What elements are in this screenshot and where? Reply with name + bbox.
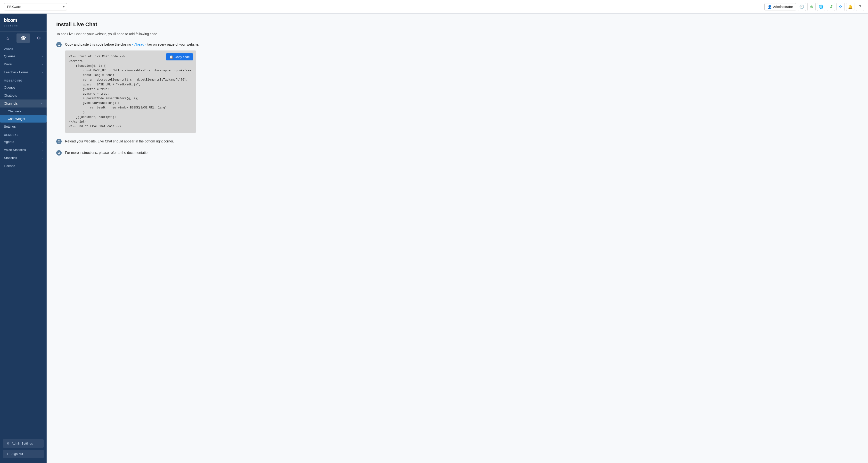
- page-title: Install Live Chat: [56, 21, 858, 28]
- sidebar-item-statistics[interactable]: Statistics ›: [0, 154, 46, 162]
- sidebar-item-agents[interactable]: Agents ›: [0, 138, 46, 146]
- chevron-right-icon: ›: [42, 55, 43, 58]
- voice-section-label: VOICE: [0, 45, 46, 52]
- refresh-icon-btn[interactable]: ↺: [827, 3, 835, 11]
- copy-code-button[interactable]: 📋 Copy code: [166, 53, 193, 60]
- head-tag: </head>: [132, 42, 146, 47]
- logo-text: bicom: [4, 18, 18, 23]
- sidebar-section-general: GENERAL Agents › Voice Statistics › Stat…: [0, 130, 46, 170]
- sidebar-item-channels[interactable]: Channels ∨: [0, 99, 46, 107]
- clock-icon-btn[interactable]: 🕐: [798, 3, 806, 11]
- chevron-right-icon: ›: [42, 63, 43, 66]
- step-1: 1 Copy and paste this code before the cl…: [56, 42, 858, 133]
- general-section-label: GENERAL: [0, 130, 46, 138]
- sidebar-item-settings[interactable]: Settings: [0, 123, 46, 130]
- copy-code-label: Copy code: [175, 55, 190, 59]
- bell-icon-btn[interactable]: 🔔: [846, 3, 855, 11]
- main-content: Install Live Chat To see Live Chat on yo…: [46, 13, 868, 463]
- sidebar-logo: bicom SYSTEMS: [0, 13, 46, 32]
- chevron-right-icon: ›: [42, 156, 43, 159]
- nav-home-icon[interactable]: ⌂: [1, 33, 14, 43]
- sidebar-item-feedback-forms[interactable]: Feedback Forms ›: [0, 68, 46, 76]
- step-1-content: Copy and paste this code before the clos…: [65, 42, 199, 133]
- code-snippet: <!-- Start of Live Chat code --> <script…: [69, 54, 192, 129]
- sidebar-sub-item-chat-widget[interactable]: Chat Widget: [0, 115, 46, 123]
- step-2-num: 2: [56, 139, 62, 144]
- channels-submenu: Channels Chat Widget: [0, 107, 46, 123]
- sidebar-item-chatbots[interactable]: Chatbots: [0, 91, 46, 99]
- pbxware-select[interactable]: PBXware: [4, 3, 67, 10]
- topbar-left: PBXware: [4, 3, 765, 10]
- admin-icon: 👤: [768, 5, 772, 9]
- chevron-right-icon: ›: [42, 149, 43, 151]
- step-2: 2 Reload your website. Live Chat should …: [56, 138, 858, 144]
- admin-label: Administrator: [773, 5, 793, 9]
- messaging-section-label: MESSAGING: [0, 76, 46, 84]
- topbar: PBXware 👤 Administrator 🕐 ⊕ 🌐 ↺ ⟳ 🔔 ?: [0, 0, 868, 13]
- step-3-content: For more instructions, please refer to t…: [65, 150, 150, 155]
- help-icon-btn[interactable]: ?: [856, 3, 864, 11]
- pbxware-selector-wrapper: PBXware: [4, 3, 67, 10]
- layout: bicom SYSTEMS ⌂ ☎ ⚙ VOICE Queues › Diale…: [0, 13, 868, 463]
- sidebar-item-dialer[interactable]: Dialer ›: [0, 60, 46, 68]
- sidebar-item-license[interactable]: License: [0, 162, 46, 170]
- gear-icon: ⚙: [7, 442, 10, 445]
- sidebar-item-queues-messaging[interactable]: Queues: [0, 84, 46, 91]
- sidebar-item-queues-voice[interactable]: Queues ›: [0, 52, 46, 60]
- sidebar-footer: ⚙ Admin Settings ↩ Sign out: [0, 436, 46, 463]
- step-2-content: Reload your website. Live Chat should ap…: [65, 138, 174, 144]
- globe-add-icon-btn[interactable]: ⊕: [807, 3, 815, 11]
- sidebar-section-messaging: MESSAGING Queues Chatbots Channels ∨ Cha…: [0, 76, 46, 130]
- sidebar-nav-icons: ⌂ ☎ ⚙: [0, 32, 46, 45]
- sign-out-button[interactable]: ↩ Sign out: [3, 450, 44, 458]
- step-1-num: 1: [56, 42, 62, 47]
- code-block: 📋 Copy code <!-- Start of Live Chat code…: [65, 51, 196, 133]
- sidebar-item-voice-statistics[interactable]: Voice Statistics ›: [0, 146, 46, 154]
- chevron-right-icon: ›: [42, 141, 43, 144]
- chevron-right-icon: ›: [42, 71, 43, 74]
- admin-settings-button[interactable]: ⚙ Admin Settings: [3, 439, 44, 448]
- sidebar-sub-item-channels[interactable]: Channels: [0, 107, 46, 115]
- nav-phone-icon[interactable]: ☎: [17, 33, 30, 43]
- sidebar-section-voice: VOICE Queues › Dialer › Feedback Forms ›: [0, 45, 46, 76]
- step-3-num: 3: [56, 150, 62, 156]
- sign-out-icon: ↩: [7, 452, 9, 456]
- chevron-down-icon: ∨: [41, 102, 43, 105]
- sign-out-label: Sign out: [11, 452, 23, 456]
- step-1-text-after: tag on every page of your website.: [146, 42, 199, 47]
- sidebar: bicom SYSTEMS ⌂ ☎ ⚙ VOICE Queues › Diale…: [0, 13, 46, 463]
- sync-icon-btn[interactable]: ⟳: [836, 3, 845, 11]
- admin-settings-label: Admin Settings: [12, 442, 33, 445]
- step-3: 3 For more instructions, please refer to…: [56, 150, 858, 156]
- topbar-right: 👤 Administrator 🕐 ⊕ 🌐 ↺ ⟳ 🔔 ?: [765, 3, 864, 11]
- copy-icon: 📋: [169, 55, 173, 59]
- nav-gear-icon[interactable]: ⚙: [32, 33, 45, 43]
- admin-button[interactable]: 👤 Administrator: [765, 3, 796, 10]
- step-1-text-before: Copy and paste this code before the clos…: [65, 42, 132, 47]
- intro-text: To see Live Chat on your website, you'll…: [56, 32, 858, 36]
- logo-subtext: SYSTEMS: [4, 25, 18, 27]
- globe-icon-btn[interactable]: 🌐: [817, 3, 825, 11]
